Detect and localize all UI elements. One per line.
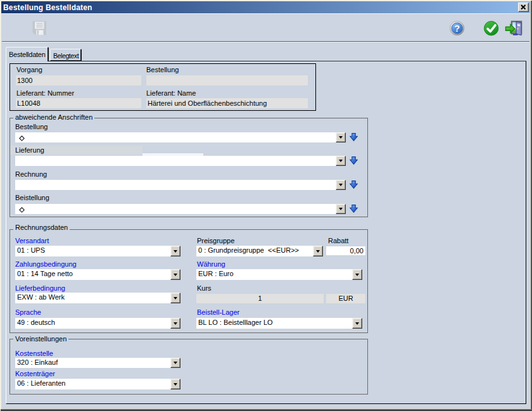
svg-text:?: ? — [454, 23, 460, 34]
